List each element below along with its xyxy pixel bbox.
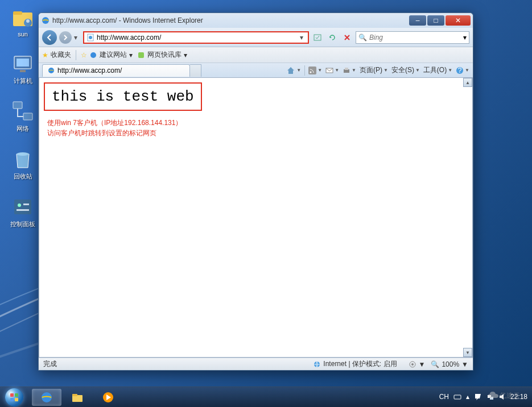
folder-icon [71, 391, 84, 404]
stop-button[interactable] [341, 31, 353, 44]
window-controls: – □ ✕ [409, 15, 471, 26]
feeds-button[interactable]: ▼ [308, 67, 322, 74]
favorites-button[interactable]: ★ 收藏夹 [42, 50, 71, 60]
ie-window: http://www.accp.com/ - Windows Internet … [38, 13, 473, 371]
computer-icon [11, 52, 35, 76]
taskbar-wmp[interactable] [93, 389, 123, 406]
desktop-icon-control-panel[interactable]: 控制面板 [6, 195, 40, 229]
folder-user-icon [11, 6, 35, 30]
tab-title: http://www.accp.com/ [57, 67, 122, 74]
svg-rect-34 [15, 398, 18, 401]
page-menu[interactable]: 页面(P)▼ [360, 65, 388, 75]
svg-point-3 [26, 19, 30, 23]
svg-point-22 [310, 71, 312, 73]
home-icon [286, 66, 295, 75]
refresh-button[interactable] [326, 31, 339, 44]
svg-rect-6 [20, 70, 26, 72]
minimize-button[interactable]: – [409, 15, 426, 26]
start-button[interactable] [0, 387, 28, 408]
tray-chevron[interactable]: ▴ [466, 393, 469, 401]
svg-rect-32 [15, 393, 18, 397]
language-indicator[interactable]: CH [439, 393, 449, 401]
taskbar-explorer[interactable] [63, 389, 92, 406]
svg-rect-12 [23, 204, 29, 205]
back-arrow-icon [46, 34, 53, 41]
scroll-up-button[interactable]: ▲ [463, 78, 472, 87]
svg-rect-33 [10, 398, 14, 401]
desktop-icon-label: sun [18, 31, 28, 38]
ie-icon [40, 391, 53, 404]
web-slice-lib[interactable]: 网页快讯库 ▾ [137, 50, 187, 60]
help-button[interactable]: ?▼ [456, 67, 469, 74]
title-bar[interactable]: http://www.accp.com/ - Windows Internet … [39, 13, 473, 28]
taskbar-ie[interactable] [32, 389, 61, 406]
chevron-down-icon: ▾ [129, 51, 133, 59]
svg-point-11 [18, 204, 21, 207]
forward-button[interactable] [59, 31, 72, 44]
svg-rect-31 [10, 393, 14, 397]
desktop-icon-network[interactable]: 网络 [6, 99, 40, 133]
desktop-icon-label: 回收站 [14, 172, 32, 181]
svg-rect-39 [454, 395, 461, 399]
annotation-text: 使用win 7客户机（IP地址192.168.144.131） 访问客户机时跳转… [44, 118, 468, 138]
tab-bar: http://www.accp.com/ ▼ ▼ ▼ ▼ 页面(P)▼ 安全(S… [39, 63, 473, 78]
browser-tab[interactable]: http://www.accp.com/ [42, 64, 190, 77]
cloud-icon [487, 389, 500, 402]
new-tab-button[interactable] [190, 64, 201, 77]
print-button[interactable]: ▼ [343, 67, 356, 74]
desktop-icon-user[interactable]: sun [6, 6, 40, 38]
star-icon: ★ [42, 51, 48, 59]
svg-rect-19 [138, 52, 144, 58]
desktop-icon-recycle[interactable]: 回收站 [6, 147, 40, 181]
address-dropdown[interactable]: ▾ [298, 34, 306, 41]
search-dd[interactable]: ▾ [463, 34, 467, 41]
desktop-icon-computer[interactable]: 计算机 [6, 52, 40, 85]
mail-button[interactable]: ▼ [325, 67, 339, 74]
url-input[interactable] [97, 34, 298, 41]
compat-icon [313, 33, 322, 42]
star-icon: ☆ [81, 51, 87, 59]
search-input[interactable] [367, 34, 463, 41]
taskbar: CH ▴ 22:18 [0, 387, 532, 407]
svg-rect-13 [17, 209, 29, 211]
scroll-down-button[interactable]: ▼ [463, 348, 472, 357]
slice-icon [137, 51, 145, 59]
suggested-sites[interactable]: ☆ 建议网站 ▾ [81, 50, 133, 60]
svg-rect-37 [72, 394, 77, 396]
svg-rect-7 [13, 102, 22, 109]
back-button[interactable] [42, 30, 57, 45]
svg-rect-8 [23, 113, 32, 120]
ie-icon [41, 16, 50, 25]
svg-rect-5 [17, 59, 29, 67]
favorites-bar: ★ 收藏夹 ☆ 建议网站 ▾ 网页快讯库 ▾ [39, 47, 473, 63]
svg-point-30 [411, 363, 414, 366]
globe-icon [313, 360, 321, 368]
svg-rect-10 [14, 200, 31, 214]
address-bar[interactable]: ▾ [83, 31, 309, 44]
svg-text:?: ? [458, 67, 462, 74]
tools-menu[interactable]: 工具(O)▼ [423, 65, 452, 75]
taskbar-items [28, 389, 123, 406]
svg-point-16 [89, 36, 92, 39]
zoom-control[interactable]: ▼ 🔍 100% ▼ [409, 360, 468, 368]
favorites-label: 收藏夹 [51, 50, 71, 60]
close-button[interactable]: ✕ [446, 15, 471, 26]
command-bar: ▼ ▼ ▼ ▼ 页面(P)▼ 安全(S)▼ 工具(O)▼ ?▼ [286, 65, 469, 76]
svg-rect-1 [13, 11, 22, 15]
separator [304, 65, 305, 76]
watermark: 亿速云 [481, 385, 526, 406]
security-zone[interactable]: Internet | 保护模式: 启用 [313, 359, 397, 369]
rss-icon [308, 67, 316, 74]
status-bar: 完成 Internet | 保护模式: 启用 ▼ 🔍 100% ▼ [39, 358, 473, 370]
suggested-label: 建议网站 [100, 50, 127, 60]
svg-point-18 [90, 52, 96, 58]
home-button[interactable]: ▼ [286, 66, 301, 75]
keyboard-icon[interactable] [453, 393, 461, 401]
network-icon [11, 99, 35, 123]
nav-history-dropdown[interactable]: ▾ [74, 34, 81, 41]
search-box[interactable]: 🔍 ▾ [356, 31, 469, 44]
maximize-button[interactable]: □ [427, 15, 444, 26]
help-icon: ? [456, 67, 464, 74]
compat-view-button[interactable] [311, 31, 324, 44]
safety-menu[interactable]: 安全(S)▼ [391, 65, 420, 75]
